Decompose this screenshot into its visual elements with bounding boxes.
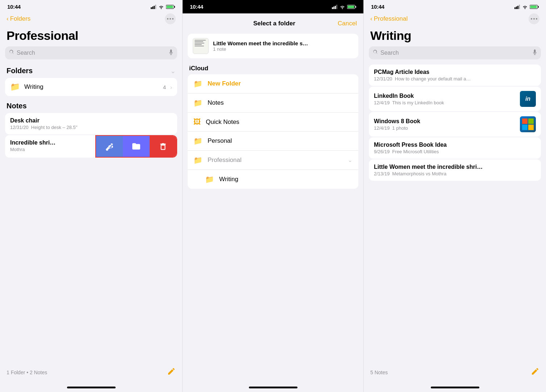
- status-bar-left: 10:44: [0, 0, 182, 12]
- note-item-windows[interactable]: Windows 8 Book 12/4/19 1 photo: [369, 112, 541, 137]
- note-meta-little-women: 2/13/19 Metamorphosis vs Mothra: [374, 171, 536, 176]
- battery-icon-right: [530, 5, 539, 9]
- folders-chevron[interactable]: ⌄: [170, 67, 176, 75]
- nav-bar-left: ‹ Folders: [0, 12, 182, 27]
- folder-icon-writing-modal: 📁: [205, 175, 214, 184]
- folder-icon-quick-notes: 🖼: [193, 118, 201, 126]
- status-bar-right: 10:44: [364, 0, 546, 12]
- folder-item-quick-notes[interactable]: 🖼 Quick Notes: [188, 113, 358, 132]
- note-meta-linkedin: 12/4/19 This is my LinkedIn book: [374, 100, 516, 105]
- battery-icon-middle: [347, 5, 356, 9]
- note-meta-windows: 12/4/19 1 photo: [374, 125, 516, 131]
- bottom-count-left: 1 Folder • 2 Notes: [7, 370, 47, 375]
- svg-rect-15: [516, 7, 517, 9]
- back-label-left: Folders: [10, 15, 31, 22]
- mic-icon-right: [532, 49, 537, 57]
- preview-info: Little Women meet the incredible s… 1 no…: [213, 40, 353, 52]
- svg-rect-10: [336, 5, 337, 9]
- folder-item-notes[interactable]: 📁 Notes: [188, 93, 358, 113]
- note-card-desk-chair[interactable]: Desk chair 12/31/20 Height to desk – 28.…: [5, 113, 177, 134]
- folders-section-title: Folders: [7, 67, 33, 75]
- svg-rect-19: [538, 6, 539, 8]
- svg-rect-12: [355, 6, 356, 8]
- folder-icon-writing: 📁: [10, 82, 20, 92]
- folder-row-writing[interactable]: 📁 Writing 4 ›: [5, 78, 177, 96]
- note-card-incredible[interactable]: Incredible shri… Mothra: [5, 135, 177, 158]
- more-button-right[interactable]: [529, 13, 539, 24]
- note-title-pcmag: PCMag Article Ideas: [374, 69, 536, 75]
- search-bar-right[interactable]: Search: [369, 46, 541, 59]
- search-bar-left[interactable]: Search: [5, 46, 177, 59]
- back-button-left[interactable]: ‹ Folders: [7, 15, 30, 22]
- home-indicator-left: [67, 387, 116, 388]
- folder-item-new-folder[interactable]: 📁 New Folder: [188, 74, 358, 93]
- note-item-little-women[interactable]: Little Women meet the incredible shri… 2…: [369, 159, 541, 181]
- wifi-icon-right: [522, 5, 528, 9]
- wifi-icon-middle: [339, 5, 345, 9]
- svg-rect-2: [154, 6, 155, 9]
- svg-rect-0: [151, 7, 152, 9]
- note-title-windows: Windows 8 Book: [374, 118, 516, 125]
- delete-button[interactable]: [150, 136, 176, 157]
- folder-label-professional: Professional: [208, 157, 343, 164]
- left-panel: 10:44 ‹ Folders Professional Sear: [0, 0, 182, 392]
- move-button[interactable]: [123, 136, 150, 157]
- note-item-linkedin[interactable]: LinkedIn Book 12/4/19 This is my LinkedI…: [369, 87, 541, 111]
- notes-section-title-left: Notes: [0, 97, 182, 113]
- back-button-right[interactable]: ‹ Professional: [370, 15, 408, 22]
- note-title-linkedin: LinkedIn Book: [374, 93, 516, 99]
- note-title-incredible: Incredible shri…: [10, 139, 90, 146]
- cancel-button-middle[interactable]: Cancel: [338, 20, 357, 27]
- note-meta-desk-chair: 12/31/20 Height to desk – 28.5": [10, 125, 172, 130]
- note-info-windows: Windows 8 Book 12/4/19 1 photo: [374, 118, 516, 131]
- page-title-left: Professional: [0, 27, 182, 46]
- svg-rect-20: [530, 5, 537, 8]
- folder-item-personal[interactable]: 📁 Personal: [188, 132, 358, 151]
- folder-item-professional[interactable]: 📁 Professional ⌄: [188, 151, 358, 170]
- search-icon-left: [9, 49, 14, 57]
- preview-row: Little Women meet the incredible s… 1 no…: [188, 34, 358, 58]
- note-meta-mspress: 9/26/19 Free Microsoft Utilities: [374, 149, 536, 154]
- note-thumb-linkedin: in: [520, 91, 536, 107]
- folder-label-quick-notes: Quick Notes: [206, 118, 353, 126]
- svg-rect-6: [167, 5, 173, 8]
- note-item-pcmag[interactable]: PCMag Article Ideas 12/31/20 How to chan…: [369, 64, 541, 86]
- icloud-label: iCloud: [183, 61, 363, 74]
- compose-button-right[interactable]: [531, 367, 539, 378]
- right-panel: 10:44 ‹ Professional Writing Sear: [364, 0, 546, 392]
- folder-item-writing[interactable]: 📁 Writing: [188, 170, 358, 189]
- folder-icon-new: 📁: [193, 79, 203, 88]
- share-button[interactable]: [96, 136, 123, 157]
- svg-rect-7: [332, 7, 333, 9]
- note-meta-incredible: Mothra: [10, 147, 90, 152]
- folder-name-writing: Writing: [24, 83, 159, 91]
- folders-section-header: Folders ⌄: [0, 64, 182, 78]
- preview-sub: 1 note: [213, 46, 353, 52]
- note-item-mspress[interactable]: Microsoft Press Book Idea 9/26/19 Free M…: [369, 137, 541, 159]
- signal-icon-middle: [332, 5, 338, 9]
- modal-header: Select a folder Cancel: [183, 13, 363, 31]
- svg-rect-9: [335, 6, 336, 9]
- swipe-actions: [95, 135, 177, 158]
- trash-icon: [158, 142, 168, 151]
- notes-list-right: PCMag Article Ideas 12/31/20 How to chan…: [364, 64, 546, 363]
- back-label-right: Professional: [374, 15, 408, 22]
- svg-rect-13: [348, 5, 354, 8]
- share-icon: [105, 142, 114, 151]
- bottom-count-right: 5 Notes: [370, 370, 388, 375]
- status-bar-middle: 10:44: [183, 0, 363, 13]
- status-icons-middle: [332, 5, 356, 9]
- folder-label-notes: Notes: [208, 99, 353, 107]
- folder-icon-personal: 📁: [193, 137, 203, 145]
- professional-chevron: ⌄: [348, 157, 353, 163]
- preview-title: Little Women meet the incredible s…: [213, 40, 353, 46]
- folder-list: 📁 New Folder 📁 Notes 🖼 Quick Notes 📁 Per…: [188, 74, 358, 189]
- status-icons-left: [151, 5, 175, 9]
- more-button-left[interactable]: [165, 13, 176, 24]
- svg-rect-1: [152, 7, 153, 9]
- svg-rect-5: [174, 6, 175, 8]
- search-placeholder-right: Search: [380, 50, 530, 56]
- note-title-little-women: Little Women meet the incredible shri…: [374, 164, 536, 170]
- compose-button-left[interactable]: [167, 367, 176, 378]
- search-placeholder-left: Search: [17, 50, 166, 56]
